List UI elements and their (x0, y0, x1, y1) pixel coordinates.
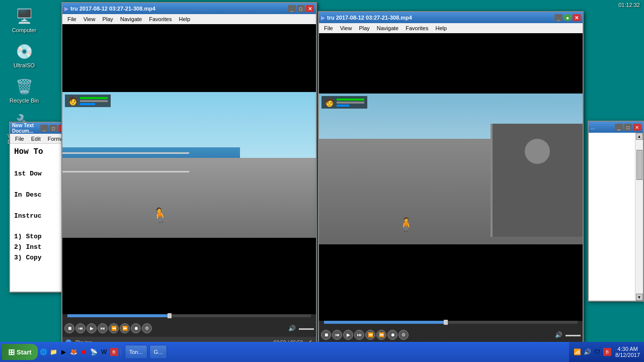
computer-icon-label: Computer (12, 27, 36, 33)
player1-titlebar[interactable]: ▶ tru 2017-08-12 03:27-21-308.mp4 _ □ ✕ (62, 3, 316, 14)
player1-next-button[interactable]: ⏭ (98, 323, 108, 333)
notepad-line-1: How To (14, 146, 64, 159)
tray-shield-icon[interactable]: 🛡 (593, 348, 601, 356)
player2-health-bar (337, 99, 364, 101)
player2-menu-navigate[interactable]: Navigate (374, 24, 401, 32)
player1-vol-level: ▬▬▬ (299, 325, 314, 331)
tray-bandicam-icon[interactable]: B (603, 348, 611, 356)
network-icon[interactable]: 📡 (90, 348, 98, 356)
player2-black-top (319, 33, 583, 94)
small-window-3-titlebar[interactable]: ... _ □ ✕ (589, 122, 643, 133)
player1-close-button[interactable]: ✕ (306, 5, 314, 12)
small-window-3-close[interactable]: ✕ (633, 124, 641, 131)
notepad-menu-file[interactable]: File (12, 135, 27, 143)
notepad-content-area[interactable]: How To 1st Dow In Desc Instruc 1) Stop 2… (10, 144, 68, 265)
recycle-icon: 🗑️ (14, 76, 34, 97)
small-window-3-scrollbar[interactable]: ▲ ▼ (635, 133, 643, 301)
notepad-line-5: In Desc (14, 190, 64, 201)
notepad-line-4 (14, 179, 64, 190)
notepad-minimize-button[interactable]: _ (40, 125, 48, 132)
small-window-3-body: ▲ ▼ (589, 133, 643, 301)
tray-network-icon[interactable]: 📶 (573, 348, 581, 356)
scroll-down-button[interactable]: ▼ (636, 294, 643, 301)
player2-seek-container[interactable] (319, 321, 583, 326)
scroll-up-button[interactable]: ▲ (636, 133, 643, 140)
player1-stop-button[interactable]: ⏹ (64, 323, 74, 333)
player1-rewind-button[interactable]: ⏪ (109, 323, 119, 333)
player2-seek-progress (324, 321, 446, 324)
desktop-icon-recycle[interactable]: 🗑️ Recycle Bin (4, 74, 44, 106)
player1-hud-health (80, 97, 108, 105)
player2-close-button[interactable]: ✕ (573, 14, 581, 21)
player1-menu-navigate[interactable]: Navigate (117, 15, 145, 23)
bandicam-taskbar-icon[interactable]: B (110, 348, 118, 356)
player1-play-button[interactable]: ▶ (87, 323, 97, 333)
notepad-line-3: 1st Dow (14, 169, 64, 179)
record-icon[interactable]: ⏺ (80, 348, 88, 356)
player1-menu-file[interactable]: File (64, 15, 79, 23)
player1-prev-button[interactable]: ⏮ (75, 323, 86, 333)
player1-maximize-button[interactable]: □ (297, 5, 305, 12)
player2-extra-button[interactable]: ⚙ (398, 330, 409, 340)
player1-menu-favorites[interactable]: Favorites (146, 15, 175, 23)
taskbar-item-0[interactable]: Ton... (125, 345, 147, 359)
player2-seek-thumb[interactable] (444, 320, 448, 325)
word-icon[interactable]: W (100, 348, 108, 356)
player1-video-area: 🧍 🧑 (62, 24, 316, 313)
mediaplayer-icon[interactable]: ▶ (60, 348, 68, 356)
small-window-3-maximize[interactable]: □ (624, 124, 632, 131)
player1-title: tru 2017-08-12 03:27-21-308.mp4 (70, 6, 286, 12)
player1-seek-progress (67, 314, 170, 317)
notepad-maximize-button[interactable]: □ (49, 125, 57, 132)
desktop-icon-computer[interactable]: 🖥️ Computer (4, 4, 44, 35)
player1-seek-bar[interactable] (67, 314, 311, 317)
player1-menu-play[interactable]: Play (99, 15, 116, 23)
player1-fastforward-button[interactable]: ⏩ (120, 323, 130, 333)
scroll-thumb[interactable] (636, 150, 642, 180)
start-icon: ⊞ (8, 347, 15, 357)
player2-seek-bar[interactable] (324, 321, 578, 324)
player2-stop-button[interactable]: ⏹ (321, 330, 331, 340)
player2-rewind-button[interactable]: ⏪ (365, 330, 375, 340)
player2-play-button[interactable]: ▶ (343, 330, 353, 340)
player1-character: 🧍 (150, 205, 170, 225)
taskbar-item-1[interactable]: G... (149, 345, 168, 359)
notepad-menu-edit[interactable]: Edit (28, 135, 44, 143)
taskbar-date: 8/12/2017 (615, 352, 640, 358)
player2-menu-play[interactable]: Play (356, 24, 372, 32)
player2-next-button[interactable]: ⏭ (354, 330, 364, 340)
player2-menu-help[interactable]: Help (432, 24, 450, 32)
ie-icon[interactable]: 🌐 (40, 348, 48, 356)
player1-seek-thumb[interactable] (168, 313, 172, 318)
player1-control-bar: ⏹ ⏮ ▶ ⏭ ⏪ ⏩ ⏺ ⚙ 🔊 ▬▬▬ (62, 319, 316, 337)
player2-record-button[interactable]: ⏺ (387, 330, 397, 340)
player1-menubar: File View Play Navigate Favorites Help (62, 14, 316, 24)
player2-fastforward-button[interactable]: ⏩ (376, 330, 386, 340)
player1-seek-container[interactable] (62, 314, 316, 319)
player2-prev-button[interactable]: ⏮ (332, 330, 342, 340)
player2-character: 🧍 (398, 217, 414, 232)
tray-volume-icon[interactable]: 🔊 (583, 348, 591, 356)
player1-health-bar (80, 97, 108, 99)
notepad-titlebar[interactable]: New Text Docum... _ □ ✕ (10, 123, 68, 134)
firefox-icon[interactable]: 🦊 (70, 348, 78, 356)
player2-vol-level: ▬▬▬ (566, 332, 581, 337)
player2-titlebar[interactable]: ▶ tru 2017-08-12 03:27-21-308.mp4 _ ● ✕ (319, 12, 583, 23)
player2-menu-favorites[interactable]: Favorites (403, 24, 431, 32)
player2-game-scene: 🧑 🧍 (319, 94, 583, 244)
player1-record-button[interactable]: ⏺ (131, 323, 141, 333)
player1-menu-help[interactable]: Help (176, 15, 193, 23)
desktop-icon-ultraiso[interactable]: 💿 UltraISO (4, 39, 44, 70)
player1-extra-button[interactable]: ⚙ (142, 323, 152, 333)
player1-minimize-button[interactable]: _ (288, 5, 296, 12)
player2-menu-file[interactable]: File (321, 24, 336, 32)
player2-shield-bar (337, 105, 349, 107)
player2-minimize-button[interactable]: _ (554, 14, 562, 21)
player2-maximize-button[interactable]: ● (564, 14, 572, 21)
start-button[interactable]: ⊞ Start (2, 344, 38, 360)
player1-game-scene: 🧍 🧑 (62, 92, 316, 238)
small-window-3-minimize[interactable]: _ (615, 124, 623, 131)
player1-menu-view[interactable]: View (80, 15, 99, 23)
player2-menu-view[interactable]: View (337, 24, 355, 32)
folder-icon[interactable]: 📁 (50, 348, 58, 356)
